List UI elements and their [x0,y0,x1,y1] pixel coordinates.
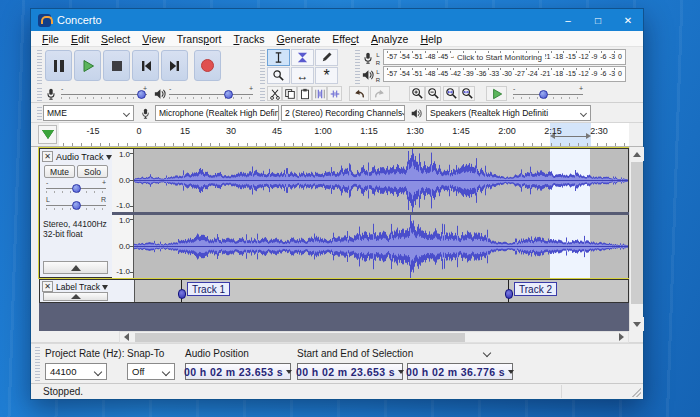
title-bar[interactable]: Concerto – □ ✕ [31,9,643,31]
envelope-tool-button[interactable] [291,49,314,66]
zoom-in-button[interactable] [409,86,425,101]
menu-edit[interactable]: Edit [65,33,95,45]
stop-button[interactable] [103,50,130,81]
scroll-left-button[interactable] [120,332,133,342]
menu-file[interactable]: File [36,33,65,45]
skip-to-end-button[interactable] [161,50,188,81]
pause-button[interactable] [45,50,72,81]
vertical-scrollbar[interactable] [629,147,643,331]
menu-select[interactable]: Select [95,33,136,45]
playback-volume-thumb[interactable] [224,90,233,99]
mixer-toolbar-grabber[interactable] [37,87,42,101]
menu-generate[interactable]: Generate [271,33,327,45]
selection-toolbar-grabber[interactable] [35,347,40,381]
minimize-button[interactable]: – [553,9,583,31]
play-speed-thumb[interactable] [539,90,548,99]
selection-tool-button[interactable] [267,49,290,66]
copy-button[interactable] [282,86,297,101]
horizontal-scrollbar[interactable] [119,331,629,343]
horizontal-scroll-thumb[interactable] [135,333,465,342]
recording-channels-select[interactable]: 2 (Stereo) Recording Channels [281,105,405,121]
menu-view[interactable]: View [136,33,171,45]
recording-meter[interactable]: -57-54-51-48-45-42-39-36-33-30-27-24-21-… [383,49,626,65]
vertical-ruler-ch1[interactable]: 1.0 0.0 -1.0 [112,149,134,212]
zoom-tool-button[interactable] [267,67,290,84]
paste-button[interactable] [297,86,312,101]
play-button[interactable] [74,50,101,81]
timeshift-tool-button[interactable]: ↔ [291,67,314,84]
zoom-out-button[interactable] [425,86,441,101]
label-knob-icon[interactable] [178,289,186,299]
redo-button[interactable] [370,86,390,101]
gain-thumb[interactable] [72,184,81,193]
close-track-button[interactable]: ✕ [42,151,53,162]
draw-tool-button[interactable] [315,49,338,66]
record-meter-mic-icon[interactable] [362,51,374,65]
resize-grip[interactable] [632,388,641,397]
silence-audio-button[interactable] [327,86,342,101]
menu-transport[interactable]: Transport [171,33,228,45]
recording-volume-thumb[interactable] [137,90,146,99]
meter-toolbar-grabber[interactable] [355,50,360,84]
playback-device-select[interactable]: Speakers (Realtek High Definiti [426,105,591,121]
transport-toolbar-grabber[interactable] [37,50,42,84]
play-speed-slider[interactable]: - + [513,88,583,101]
track-name-menu[interactable]: Label Track [56,282,108,292]
scroll-down-button[interactable] [630,317,644,331]
menu-effect[interactable]: Effect [326,33,365,45]
audio-host-select[interactable]: MME [43,105,134,121]
collapse-track-button[interactable] [43,292,108,301]
timeline-ruler[interactable]: -1501530451:001:151:301:452:002:152:302:… [59,123,629,146]
project-rate-select[interactable]: 44100 [45,363,107,380]
recording-volume-slider[interactable]: - + [61,88,147,101]
device-toolbar-grabber[interactable] [37,106,42,120]
menu-tracks[interactable]: Tracks [227,33,270,45]
pan-thumb[interactable] [72,201,81,210]
scroll-right-button[interactable] [615,332,628,342]
solo-button[interactable]: Solo [77,165,108,178]
audio-track-control-panel[interactable]: ✕ Audio Track Mute Solo - + L R Stereo, … [40,149,112,277]
skip-to-start-button[interactable] [132,50,159,81]
close-button[interactable]: ✕ [613,9,643,31]
close-track-button[interactable]: ✕ [42,281,53,292]
gain-slider[interactable]: - + [46,182,106,195]
label-track-control-panel[interactable]: ✕ Label Track [40,280,112,302]
snap-to-select[interactable]: Off [127,363,175,380]
selection-start-field[interactable]: 00 h 02 m 23.653 s [297,363,403,380]
menu-help[interactable]: Help [414,33,448,45]
timeline-options-button[interactable] [38,125,57,144]
track-name-menu[interactable]: Audio Track [56,152,112,162]
vertical-scroll-thumb[interactable] [631,162,643,304]
waveform-channel-2[interactable] [134,215,628,278]
vertical-ruler-ch2[interactable]: 1.0 0.0 -1.0 [112,215,134,278]
waveform-channel-1[interactable] [134,149,628,212]
undo-button[interactable] [349,86,369,101]
pan-slider[interactable]: L R [46,199,106,212]
label-text[interactable]: Track 1 [187,282,230,296]
maximize-button[interactable]: □ [583,9,613,31]
edit-toolbar-grabber[interactable] [260,87,265,101]
chevron-down-icon[interactable] [483,350,491,358]
recording-device-select[interactable]: Microphone (Realtek High Defini [155,105,279,121]
monitoring-overlay[interactable]: Click to Start Monitoring [454,53,545,62]
fit-selection-button[interactable] [443,86,459,101]
audio-position-field[interactable]: 00 h 02 m 23.653 s [185,363,291,380]
selection-end-field[interactable]: 00 h 02 m 36.776 s [407,363,513,380]
playback-meter[interactable]: -57-54-51-48-45-42-39-36-33-30-27-24-21-… [383,66,626,82]
label-track-content[interactable]: Track 1Track 2 [134,280,628,302]
collapse-track-button[interactable] [43,261,108,274]
tools-toolbar-grabber[interactable] [260,50,265,84]
trim-audio-button[interactable] [312,86,327,101]
play-meter-speaker-icon[interactable] [361,68,374,82]
cut-button[interactable] [267,86,282,101]
fit-project-button[interactable] [459,86,475,101]
multi-tool-button[interactable]: * [315,67,338,84]
record-button[interactable] [194,50,221,81]
label-text[interactable]: Track 2 [514,282,557,296]
play-at-speed-button[interactable] [486,86,507,101]
playback-volume-slider[interactable]: - + [169,88,253,101]
menu-analyze[interactable]: Analyze [365,33,414,45]
mute-button[interactable]: Mute [44,165,75,178]
scroll-up-button[interactable] [630,147,644,161]
label-knob-icon[interactable] [505,289,513,299]
